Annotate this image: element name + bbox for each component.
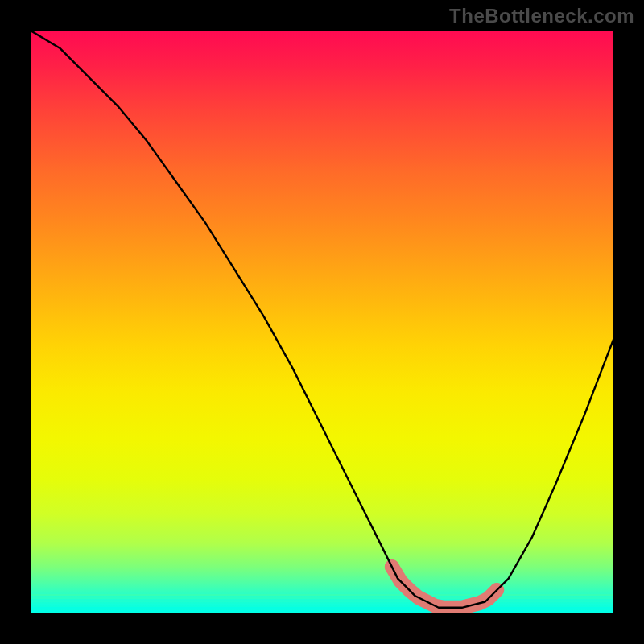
chart-svg	[31, 31, 613, 613]
chart-stage: TheBottleneck.com	[0, 0, 644, 644]
plot-area	[31, 31, 613, 613]
attribution-text: TheBottleneck.com	[449, 5, 634, 27]
bottleneck-curve	[31, 31, 613, 608]
